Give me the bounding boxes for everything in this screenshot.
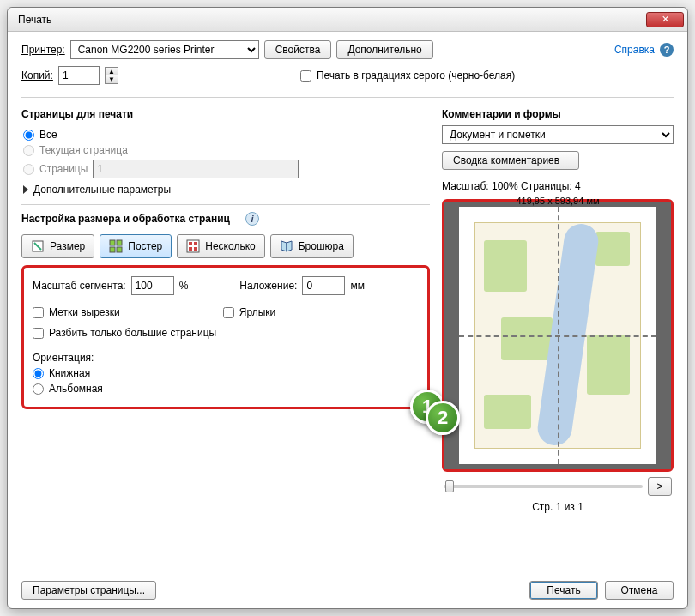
summarize-comments-button[interactable]: Сводка комментариев (442, 151, 579, 170)
pages-more-disclosure[interactable]: Дополнительные параметры (23, 184, 430, 196)
preview-highlight-box: 2 (442, 199, 674, 472)
properties-button[interactable]: Свойства (264, 40, 332, 59)
printer-label: Принтер: (21, 44, 65, 56)
triangle-right-icon (23, 185, 28, 194)
spin-up-icon[interactable]: ▲ (106, 68, 118, 75)
pages-all-label: Все (39, 129, 57, 141)
page-setup-button[interactable]: Параметры страницы... (21, 581, 156, 600)
preview-dimensions: 419,95 x 593,94 мм (442, 196, 674, 206)
spin-down-icon[interactable]: ▼ (106, 75, 118, 83)
dialog-title: Печать (18, 14, 51, 26)
preview-page (459, 207, 656, 464)
segment-scale-input[interactable] (131, 276, 174, 295)
svg-rect-8 (189, 247, 192, 251)
slider-thumb[interactable] (445, 480, 454, 492)
multiple-icon (186, 239, 200, 253)
info-icon[interactable]: i (245, 212, 259, 226)
tile-divider-vertical (558, 207, 559, 464)
pages-more-label: Дополнительные параметры (33, 184, 171, 196)
booklet-icon (280, 239, 293, 253)
close-icon: ✕ (662, 14, 669, 25)
size-section-title: Настройка размера и обработка страниц (21, 213, 230, 225)
preview-next-button[interactable]: > (648, 477, 672, 496)
svg-rect-1 (110, 240, 115, 245)
pages-section-title: Страницы для печати (21, 108, 430, 120)
close-button[interactable]: ✕ (646, 12, 684, 27)
poster-icon (109, 239, 123, 253)
help-icon[interactable]: ? (660, 43, 674, 57)
callout-badge-2: 2 (426, 401, 460, 435)
only-large-label: Разбить только большие страницы (49, 327, 216, 339)
preview-page-of: Стр. 1 из 1 (442, 501, 674, 513)
pages-current-radio (23, 145, 34, 156)
preview-area (444, 202, 671, 469)
copies-label: Копий: (21, 69, 53, 82)
svg-rect-4 (117, 247, 122, 252)
help-link[interactable]: Справка (614, 44, 655, 56)
comments-select[interactable]: Документ и пометки (442, 125, 674, 144)
cutmarks-label: Метки вырезки (49, 306, 120, 318)
svg-rect-3 (110, 247, 115, 252)
pages-range-label: Страницы (39, 163, 88, 175)
size-mode-booklet[interactable]: Брошюра (270, 234, 354, 258)
pages-range-radio (23, 164, 34, 175)
svg-rect-7 (194, 242, 197, 245)
print-button[interactable]: Печать (529, 581, 598, 600)
copies-spinner[interactable]: ▲▼ (105, 67, 118, 84)
grayscale-checkbox[interactable] (300, 70, 311, 82)
svg-rect-9 (194, 247, 197, 251)
labels-checkbox[interactable] (223, 307, 234, 318)
preview-zoom-slider[interactable] (444, 485, 643, 488)
orientation-portrait-label: Книжная (49, 367, 90, 379)
svg-rect-6 (189, 242, 192, 245)
pages-all-radio[interactable] (23, 130, 34, 141)
cancel-button[interactable]: Отмена (605, 581, 674, 600)
copies-input[interactable] (58, 66, 100, 85)
labels-label: Ярлыки (239, 306, 276, 318)
segment-scale-unit: % (179, 280, 189, 292)
comments-section-title: Комментарии и формы (442, 108, 674, 120)
svg-rect-2 (117, 240, 122, 245)
overlap-unit: мм (350, 280, 365, 292)
pages-range-input (93, 160, 299, 178)
poster-settings-box: Масштаб сегмента: % Наложение: мм Метки … (21, 265, 430, 409)
grayscale-label: Печать в градациях серого (черно-белая) (317, 69, 515, 82)
orientation-landscape-label: Альбомная (49, 383, 103, 395)
cutmarks-checkbox[interactable] (33, 307, 44, 318)
segment-scale-label: Масштаб сегмента: (33, 280, 126, 292)
only-large-checkbox[interactable] (33, 328, 44, 339)
size-mode-multiple[interactable]: Несколько (177, 234, 264, 258)
orientation-portrait-radio[interactable] (33, 368, 44, 379)
pages-current-label: Текущая страница (39, 144, 128, 156)
size-mode-size[interactable]: Размер (21, 234, 94, 258)
orientation-landscape-radio[interactable] (33, 383, 44, 395)
advanced-button[interactable]: Дополнительно (336, 40, 432, 59)
orientation-title: Ориентация: (33, 352, 419, 364)
size-icon (31, 239, 45, 253)
overlap-input[interactable] (302, 276, 345, 295)
overlap-label: Наложение: (239, 280, 297, 292)
printer-select[interactable]: Canon MG2200 series Printer (70, 40, 259, 59)
size-mode-poster[interactable]: Постер (100, 234, 172, 258)
preview-scale-text: Масштаб: 100% Страницы: 4 (442, 180, 674, 192)
